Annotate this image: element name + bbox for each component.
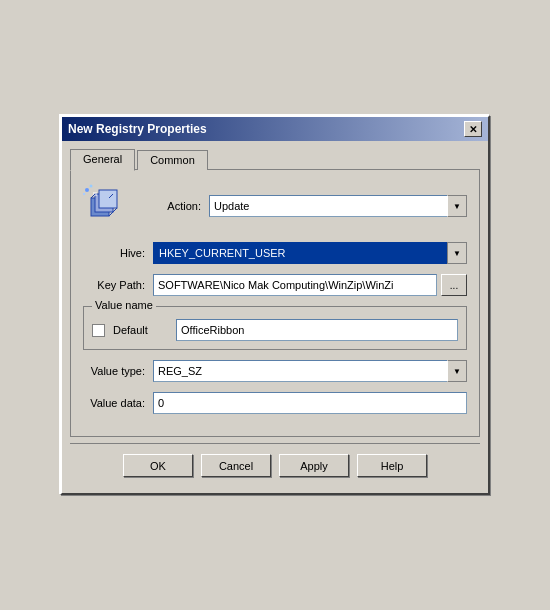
action-row: Action: Update Create Delete Replace ▼	[83, 184, 467, 228]
tab-bar: General Common	[70, 149, 480, 170]
valuetype-row: Value type: REG_SZ REG_DWORD REG_BINARY …	[83, 360, 467, 382]
icon-spacer	[83, 184, 139, 228]
apply-button[interactable]: Apply	[279, 454, 349, 477]
valuetype-label: Value type:	[83, 365, 153, 377]
valuename-input[interactable]	[176, 319, 458, 341]
valuedata-row: Value data:	[83, 392, 467, 414]
valuetype-select-wrap: REG_SZ REG_DWORD REG_BINARY REG_EXPAND_S…	[153, 360, 467, 382]
title-bar: New Registry Properties ✕	[62, 117, 488, 141]
window-body: General Common	[62, 141, 488, 493]
title-bar-title: New Registry Properties	[68, 122, 207, 136]
svg-point-9	[83, 193, 85, 195]
hive-row: Hive: HKEY_CURRENT_USER HKEY_LOCAL_MACHI…	[83, 242, 467, 264]
keypath-label: Key Path:	[83, 279, 153, 291]
tab-common[interactable]: Common	[137, 150, 208, 170]
valuename-legend: Value name	[92, 299, 156, 311]
main-window: New Registry Properties ✕ General Common	[60, 115, 490, 495]
tab-general[interactable]: General	[70, 149, 135, 171]
registry-icon	[83, 184, 125, 226]
action-select[interactable]: Update Create Delete Replace	[209, 195, 467, 217]
keypath-row: Key Path: ...	[83, 274, 467, 296]
window-title: New Registry Properties	[68, 122, 207, 136]
close-button[interactable]: ✕	[464, 121, 482, 137]
default-label: Default	[113, 324, 168, 336]
svg-rect-2	[99, 190, 117, 208]
keypath-input[interactable]	[153, 274, 437, 296]
keypath-browse-button[interactable]: ...	[441, 274, 467, 296]
valuedata-label: Value data:	[83, 397, 153, 409]
default-checkbox[interactable]	[92, 324, 105, 337]
valuename-fieldset: Value name Default	[83, 306, 467, 350]
tab-content: Action: Update Create Delete Replace ▼ H…	[70, 169, 480, 437]
valuetype-select[interactable]: REG_SZ REG_DWORD REG_BINARY REG_EXPAND_S…	[153, 360, 467, 382]
action-select-wrap: Update Create Delete Replace ▼	[209, 195, 467, 217]
svg-point-7	[85, 188, 89, 192]
hive-select[interactable]: HKEY_CURRENT_USER HKEY_LOCAL_MACHINE HKE…	[153, 242, 467, 264]
action-label: Action:	[139, 200, 209, 212]
ok-button[interactable]: OK	[123, 454, 193, 477]
hive-label: Hive:	[83, 247, 153, 259]
cancel-button[interactable]: Cancel	[201, 454, 271, 477]
svg-point-8	[90, 185, 93, 188]
help-button[interactable]: Help	[357, 454, 427, 477]
button-row: OK Cancel Apply Help	[70, 443, 480, 485]
hive-select-wrap: HKEY_CURRENT_USER HKEY_LOCAL_MACHINE HKE…	[153, 242, 467, 264]
valuename-row: Default	[92, 319, 458, 341]
valuedata-input[interactable]	[153, 392, 467, 414]
keypath-control-wrap: ...	[153, 274, 467, 296]
